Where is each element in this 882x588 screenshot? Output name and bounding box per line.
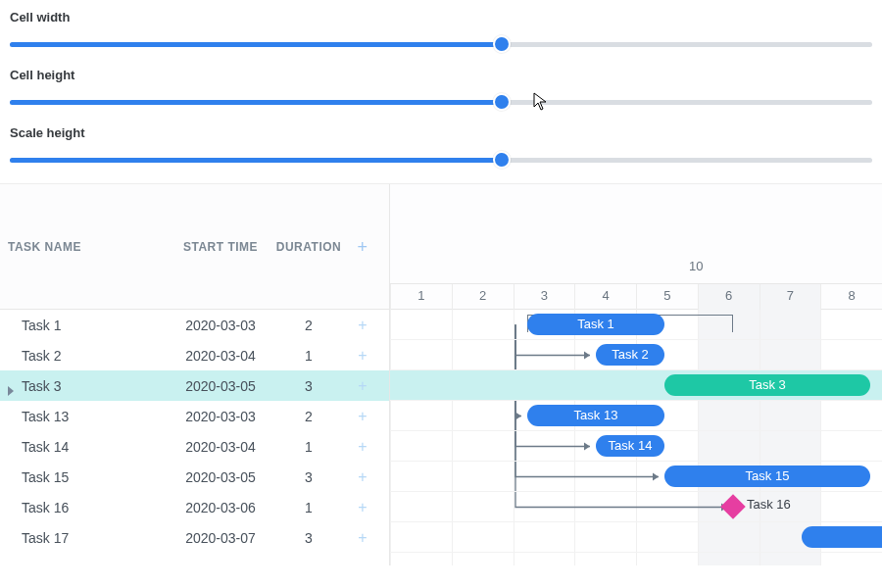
cell-task-name[interactable]: Task 14: [0, 439, 167, 455]
scale-day[interactable]: 2: [452, 284, 514, 310]
cell-duration[interactable]: 3: [274, 530, 343, 546]
cell-start-time[interactable]: 2020-03-03: [167, 409, 274, 424]
chart-row[interactable]: Task 16: [390, 492, 882, 522]
cell-task-name[interactable]: Task 1: [0, 318, 167, 333]
cell-task-name[interactable]: Task 2: [0, 348, 167, 364]
scale-day[interactable]: 8: [820, 284, 882, 310]
cell-start-time[interactable]: 2020-03-06: [167, 500, 274, 515]
cell-task-name[interactable]: Task 15: [0, 469, 167, 485]
grid-pane: TASK NAME START TIME DURATION + Task 120…: [0, 184, 390, 565]
add-task-button[interactable]: +: [343, 377, 382, 395]
task-bar[interactable]: Task 3: [664, 374, 870, 396]
table-row[interactable]: Task 152020-03-053+: [0, 462, 389, 492]
chart-row[interactable]: Task 2: [390, 340, 882, 370]
add-task-button[interactable]: +: [343, 499, 382, 516]
chart-row[interactable]: Task 1: [390, 310, 882, 340]
task-bar[interactable]: [802, 526, 882, 548]
grid-header: TASK NAME START TIME DURATION +: [0, 184, 389, 310]
time-scale: 10 12345678: [390, 184, 882, 310]
chart-row[interactable]: Task 13: [390, 401, 882, 431]
cell-task-name[interactable]: Task 3: [0, 378, 167, 394]
chart-row[interactable]: Task 14: [390, 431, 882, 462]
table-row[interactable]: Task 162020-03-061+: [0, 492, 389, 522]
task-bar[interactable]: Task 13: [527, 405, 664, 426]
chart-rows: Task 1Task 2Task 3Task 13Task 14Task 15T…: [390, 310, 882, 565]
scale-day[interactable]: 6: [698, 284, 760, 310]
milestone-label: Task 16: [747, 497, 791, 512]
add-task-button[interactable]: +: [343, 347, 382, 365]
chart-row[interactable]: Task 15: [390, 462, 882, 492]
milestone-diamond[interactable]: [720, 494, 745, 518]
task-bar[interactable]: Task 2: [596, 344, 664, 366]
cell-duration[interactable]: 1: [274, 439, 343, 455]
cell-duration[interactable]: 3: [274, 378, 343, 394]
cell-start-time[interactable]: 2020-03-04: [167, 348, 274, 364]
table-row[interactable]: Task 132020-03-032+: [0, 401, 389, 431]
chart-pane[interactable]: 10 12345678 Task 1Task 2Task 3Task 13Tas…: [390, 184, 882, 565]
table-row[interactable]: Task 32020-03-053+: [0, 370, 389, 401]
task-bar[interactable]: Task 14: [596, 435, 664, 457]
table-row[interactable]: Task 142020-03-041+: [0, 431, 389, 462]
add-column-button[interactable]: +: [343, 235, 382, 258]
table-row[interactable]: Task 12020-03-032+: [0, 310, 389, 340]
slider-label: Scale height: [10, 125, 872, 140]
add-task-button[interactable]: +: [343, 317, 382, 334]
add-task-button[interactable]: +: [343, 408, 382, 425]
scale-days: 12345678: [390, 284, 882, 310]
gantt-view: TASK NAME START TIME DURATION + Task 120…: [0, 183, 882, 565]
cell-start-time[interactable]: 2020-03-05: [167, 378, 274, 394]
chart-body[interactable]: Task 1Task 2Task 3Task 13Task 14Task 15T…: [390, 310, 882, 565]
controls-panel: Cell widthCell heightScale height: [0, 0, 882, 170]
cell-duration[interactable]: 1: [274, 500, 343, 515]
table-row[interactable]: Task 172020-03-073+: [0, 522, 389, 553]
cell-start-time[interactable]: 2020-03-04: [167, 439, 274, 455]
scale-day[interactable]: 4: [574, 284, 636, 310]
add-task-button[interactable]: +: [343, 438, 382, 456]
task-bar[interactable]: Task 15: [664, 466, 870, 487]
col-header-start[interactable]: START TIME: [167, 240, 274, 254]
slider-label: Cell height: [10, 68, 872, 82]
grid-rows: Task 12020-03-032+Task 22020-03-041+Task…: [0, 310, 389, 553]
table-row[interactable]: Task 22020-03-041+: [0, 340, 389, 370]
add-task-button[interactable]: +: [343, 529, 382, 547]
slider-scale-height[interactable]: [10, 150, 872, 170]
add-task-button[interactable]: +: [343, 468, 382, 486]
scale-day[interactable]: 5: [636, 284, 698, 310]
scale-day[interactable]: 3: [514, 284, 575, 310]
cell-duration[interactable]: 2: [274, 318, 343, 333]
scale-day[interactable]: 7: [760, 284, 821, 310]
task-bar[interactable]: Task 1: [527, 314, 664, 335]
cell-task-name[interactable]: Task 17: [0, 530, 167, 546]
cell-duration[interactable]: 3: [274, 469, 343, 485]
chart-row[interactable]: Task 3: [390, 370, 882, 401]
cell-duration[interactable]: 1: [274, 348, 343, 364]
slider-cell-width[interactable]: [10, 34, 872, 54]
scale-day[interactable]: 1: [390, 284, 452, 310]
col-header-name[interactable]: TASK NAME: [0, 240, 167, 254]
cell-task-name[interactable]: Task 16: [0, 500, 167, 515]
scale-group-label: 10: [390, 259, 882, 284]
cell-start-time[interactable]: 2020-03-05: [167, 469, 274, 485]
caret-icon[interactable]: [8, 386, 14, 396]
slider-label: Cell width: [10, 10, 872, 24]
cell-start-time[interactable]: 2020-03-03: [167, 318, 274, 333]
cell-duration[interactable]: 2: [274, 409, 343, 424]
slider-cell-height[interactable]: [10, 92, 872, 112]
cell-task-name[interactable]: Task 13: [0, 409, 167, 424]
cell-start-time[interactable]: 2020-03-07: [167, 530, 274, 546]
chart-row[interactable]: [390, 522, 882, 553]
col-header-duration[interactable]: DURATION: [274, 240, 343, 254]
